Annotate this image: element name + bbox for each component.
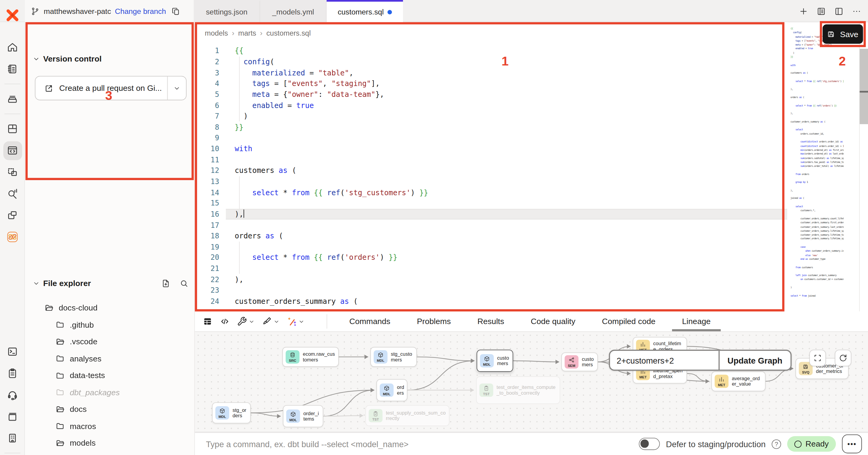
sidebar-item-home[interactable] xyxy=(3,38,22,57)
tab-_models.yml[interactable]: _models.yml xyxy=(260,0,327,22)
file-explorer-header[interactable]: File explorer xyxy=(33,277,189,289)
create-pull-request-button[interactable]: Create a pull request on Gi... xyxy=(35,76,187,101)
breadcrumb-item[interactable]: models xyxy=(205,29,228,37)
tree-item-docs[interactable]: docs xyxy=(25,401,194,418)
code-line-12[interactable]: 12customers as ( xyxy=(195,165,788,176)
sidebar-item-building[interactable] xyxy=(3,429,22,448)
tab-settings.json[interactable]: settings.json xyxy=(194,0,260,22)
sidebar-item-atom[interactable] xyxy=(3,227,22,246)
code-line-8[interactable]: 8}} xyxy=(195,122,788,133)
code-line-19[interactable]: 19 xyxy=(195,241,788,252)
fullscreen-button[interactable] xyxy=(809,350,826,366)
code-tool-button[interactable] xyxy=(220,316,230,326)
code-editor[interactable]: modelsmartscustomers.sql 1{{2 config(3 m… xyxy=(195,22,788,311)
panel-tab-problems[interactable]: Problems xyxy=(404,311,464,331)
change-branch-link[interactable]: Change branch xyxy=(115,7,166,16)
command-input[interactable] xyxy=(205,439,639,449)
ellipsis-icon[interactable] xyxy=(852,6,861,16)
lineage-node-avg_order[interactable]: METaverage_order_value xyxy=(711,371,766,391)
status-badge[interactable]: Ready xyxy=(787,436,836,452)
tree-item-analyses[interactable]: analyses xyxy=(25,350,194,367)
code-line-1[interactable]: 1{{ xyxy=(195,46,788,56)
code-line-24[interactable]: 24customer_orders_summary as ( xyxy=(195,296,788,307)
new-file-icon[interactable] xyxy=(161,279,170,288)
code-line-3[interactable]: 3 materialized = "table", xyxy=(195,67,788,78)
plus-icon[interactable] xyxy=(799,6,808,16)
tree-item-dbt_packages[interactable]: dbt_packages xyxy=(25,384,194,401)
sidebar-item-archive[interactable] xyxy=(3,90,22,108)
tab-customers.sql[interactable]: customers.sql xyxy=(327,0,403,22)
breadcrumb-item[interactable]: marts xyxy=(232,29,256,37)
sidebar-item-code-window[interactable] xyxy=(3,141,22,160)
code-line-17[interactable]: 17 xyxy=(195,220,788,230)
tree-item-macros[interactable]: macros xyxy=(25,418,194,434)
sidebar-item-headset[interactable] xyxy=(3,385,22,404)
lineage-canvas[interactable]: SRCecom.raw_customersMDLstg_customersMDL… xyxy=(195,331,868,432)
code-line-20[interactable]: 20 select * from {{ ref('orders') }} xyxy=(195,252,788,263)
table-tool-button[interactable] xyxy=(203,316,213,326)
tree-item-docs-cloud[interactable]: docs-cloud xyxy=(25,299,194,316)
breadcrumb-item[interactable]: customers.sql xyxy=(260,29,311,37)
lineage-node-customers_model[interactable]: MDLcustomers xyxy=(476,350,513,372)
pr-button-dropdown[interactable] xyxy=(167,76,186,99)
refresh-button[interactable] xyxy=(835,350,851,366)
chevron-down-icon[interactable] xyxy=(273,318,279,324)
search-icon[interactable] xyxy=(179,279,189,288)
lineage-node-stg_orders[interactable]: MDLstg_orders xyxy=(212,402,251,423)
code-line-2[interactable]: 2 config( xyxy=(195,56,788,67)
lineage-node-raw_customers[interactable]: SRCecom.raw_customers xyxy=(282,347,339,367)
code-lines[interactable]: 1{{2 config(3 materialized = "table",4 t… xyxy=(195,46,788,307)
editor-minimap[interactable]: {{ config( materialized = "table", tags … xyxy=(790,27,844,310)
code-line-22[interactable]: 22), xyxy=(195,274,788,285)
tree-item-data-tests[interactable]: data-tests xyxy=(25,367,194,384)
wand-tool-button[interactable] xyxy=(287,316,304,326)
code-line-18[interactable]: 18orders as ( xyxy=(195,230,788,241)
code-line-9[interactable]: 9 xyxy=(195,133,788,143)
panel-tab-results[interactable]: Results xyxy=(464,311,518,331)
code-line-15[interactable]: 15 xyxy=(195,198,788,209)
panel-columns-icon[interactable] xyxy=(834,6,844,16)
editor-scrollbar[interactable] xyxy=(860,49,868,124)
chevron-down-icon[interactable] xyxy=(299,318,304,324)
update-graph-button[interactable]: Update Graph xyxy=(719,351,790,370)
tree-item-.github[interactable]: .github xyxy=(25,316,194,333)
sidebar-item-grid[interactable] xyxy=(3,119,22,138)
panel-tab-code-quality[interactable]: Code quality xyxy=(518,311,589,331)
version-control-header[interactable]: Version control xyxy=(33,53,189,64)
lineage-node-stg_customers[interactable]: MDLstg_customers xyxy=(370,347,417,367)
tree-item-.vscode[interactable]: .vscode xyxy=(25,333,194,350)
code-line-13[interactable]: 13 xyxy=(195,176,788,187)
lineage-node-test_supply[interactable]: TSTtest_supply_costs_sum_correctly xyxy=(365,405,450,426)
help-icon[interactable]: ? xyxy=(772,439,781,449)
lineage-selector-input[interactable] xyxy=(610,351,718,370)
defer-toggle[interactable] xyxy=(639,438,660,450)
dbt-logo[interactable] xyxy=(0,0,25,22)
sidebar-item-select-area[interactable] xyxy=(3,163,22,181)
more-options-button[interactable]: ••• xyxy=(842,434,862,453)
code-line-23[interactable]: 23 xyxy=(195,285,788,296)
panel-tab-lineage[interactable]: Lineage xyxy=(669,311,724,331)
lineage-node-order_items[interactable]: MDLorder_items xyxy=(283,405,323,427)
chevron-down-icon[interactable] xyxy=(249,318,255,324)
sidebar-item-notebook[interactable] xyxy=(3,59,22,78)
copy-icon[interactable] xyxy=(171,6,180,16)
sidebar-item-clipboard[interactable] xyxy=(3,364,22,382)
pr-button-main[interactable]: Create a pull request on Gi... xyxy=(36,76,167,99)
lineage-node-orders[interactable]: MDLorders xyxy=(376,379,407,401)
tree-item-models[interactable]: models xyxy=(25,434,194,451)
sidebar-item-terminal[interactable] xyxy=(3,342,22,361)
save-button[interactable]: Save xyxy=(823,24,863,44)
lineage-node-customers_sem[interactable]: SEMcustomers xyxy=(561,352,598,371)
code-line-14[interactable]: 14 select * from {{ ref('stg_customers')… xyxy=(195,187,788,198)
sidebar-item-search-insights[interactable] xyxy=(3,184,22,203)
lineage-node-test_order_items[interactable]: TSTtest_order_items_compute_to_bools_cor… xyxy=(476,376,560,404)
code-line-21[interactable]: 21 xyxy=(195,263,788,274)
sidebar-item-book[interactable] xyxy=(3,407,22,426)
code-line-11[interactable]: 11 xyxy=(195,154,788,165)
broom-tool-button[interactable] xyxy=(262,316,280,326)
panel-tab-commands[interactable]: Commands xyxy=(336,311,404,331)
panel-tab-compiled-code[interactable]: Compiled code xyxy=(589,311,669,331)
sidebar-item-windows[interactable] xyxy=(3,206,22,225)
wrench-tool-button[interactable] xyxy=(237,316,255,326)
panel-rows-icon[interactable] xyxy=(816,6,826,16)
